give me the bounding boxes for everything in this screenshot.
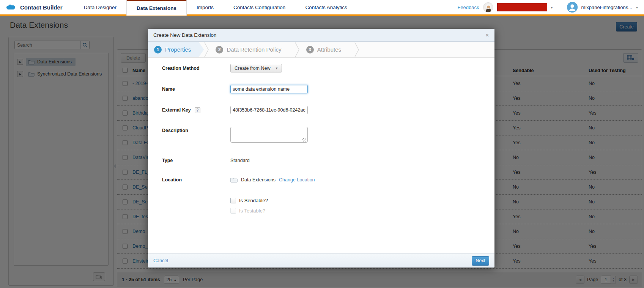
modal-body: Creation Method Create from New ▾ Name E… [148,58,494,214]
chevron-separator-icon [204,42,209,58]
chevron-down-icon[interactable]: ▾ [551,5,553,9]
redacted-account-box [497,3,547,11]
change-location-link[interactable]: Change Location [279,177,315,183]
is-sendable-label: Is Sendable? [239,198,268,203]
location-value: Data Extensions [241,177,276,183]
wizard-steps: 1 Properties 2 Data Retention Policy 3 A… [148,42,494,58]
location-row: Location Data Extensions Change Location [162,177,494,183]
app-title: Contact Builder [20,4,63,11]
create-data-extension-modal: Create New Data Extension × 1 Properties… [148,29,494,268]
modal-header: Create New Data Extension × [148,29,494,42]
external-key-label: External Key [162,107,191,113]
type-label: Type [162,158,230,163]
chevron-separator-icon [354,42,360,58]
chevron-down-icon: ▾ [276,66,277,70]
modal-footer: Cancel Next [148,253,494,268]
type-value: Standard [230,158,250,163]
chevron-down-icon[interactable]: ▾ [636,5,638,9]
creation-method-label: Creation Method [162,66,230,71]
location-label: Location [162,177,230,183]
step-properties[interactable]: 1 Properties [148,42,204,57]
is-testable-label: Is Testable? [239,208,265,214]
tab-data-designer[interactable]: Data Designer [74,0,126,16]
name-row: Name [162,85,494,93]
description-label: Description [162,128,230,133]
cancel-link[interactable]: Cancel [153,258,168,263]
creation-method-row: Creation Method Create from New ▾ [162,64,494,72]
tab-data-extensions[interactable]: Data Extensions [126,0,187,16]
description-row: Description [162,127,494,143]
tab-contacts-configuration[interactable]: Contacts Configuration [224,0,295,16]
close-icon[interactable]: × [485,32,489,38]
salesforce-cloud-icon [5,3,17,11]
tab-imports[interactable]: Imports [187,0,224,16]
is-testable-checkbox [230,208,236,214]
name-label: Name [162,87,230,92]
help-icon[interactable]: ? [195,107,200,113]
external-key-row: External Key ? [162,106,494,114]
next-button[interactable]: Next [472,256,489,266]
step-attributes[interactable]: 3 Attributes [300,42,354,57]
type-row: Type Standard [162,158,494,163]
user-avatar[interactable] [567,2,578,13]
tab-contacts-analytics[interactable]: Contacts Analytics [295,0,357,16]
feedback-link[interactable]: Feedback [457,5,479,10]
name-input[interactable] [230,85,308,93]
app-brand: Contact Builder [0,3,74,11]
folder-icon [230,177,238,183]
nav-divider [560,0,560,14]
account-name[interactable]: mixpanel-integrations... [581,5,632,10]
step-data-retention-policy[interactable]: 2 Data Retention Policy [209,42,294,57]
nav-tabs: Data Designer Data Extensions Imports Co… [74,0,357,16]
description-textarea[interactable] [230,127,308,143]
einstein-avatar[interactable] [483,2,493,13]
is-sendable-row: Is Sendable? [162,198,494,203]
is-sendable-checkbox[interactable] [230,198,236,203]
modal-title: Create New Data Extension [153,32,217,38]
top-nav: Contact Builder Data Designer Data Exten… [0,0,644,16]
creation-method-select[interactable]: Create from New ▾ [230,64,282,72]
chevron-separator-icon [294,42,300,58]
external-key-input[interactable] [230,106,308,114]
is-testable-row: Is Testable? [162,208,494,214]
